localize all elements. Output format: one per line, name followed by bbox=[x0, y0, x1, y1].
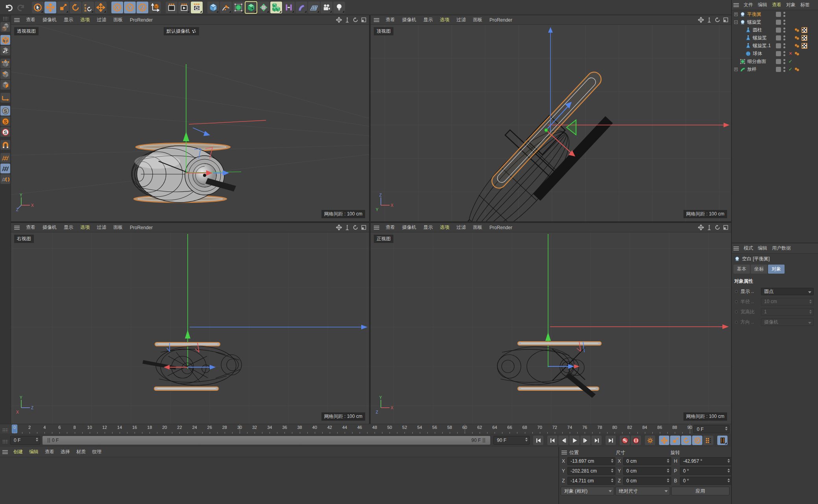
viewport-menu-item[interactable]: 摄像机 bbox=[39, 223, 60, 232]
subdivision-surface-icon[interactable] bbox=[233, 2, 244, 13]
record-key-icon[interactable] bbox=[620, 436, 630, 445]
render-view-icon[interactable] bbox=[166, 2, 177, 13]
magnet-icon[interactable] bbox=[0, 140, 10, 150]
position-mode-dropdown[interactable]: 对象 (相对) bbox=[561, 487, 614, 495]
texture-tag[interactable] bbox=[801, 35, 807, 41]
key-scale-icon[interactable] bbox=[670, 436, 680, 445]
preview-range-track[interactable]: 0 F 90 F bbox=[42, 436, 490, 445]
expand-toggle[interactable]: + bbox=[734, 13, 738, 16]
spinner-arrows[interactable] bbox=[728, 469, 730, 473]
spinner-arrows[interactable] bbox=[667, 459, 669, 463]
play-icon[interactable] bbox=[569, 436, 580, 445]
dolly-view-icon[interactable] bbox=[706, 224, 712, 230]
viewport-menu-item[interactable]: 显示 bbox=[420, 16, 436, 24]
lock-y-icon[interactable]: Y bbox=[124, 2, 136, 13]
spinner-arrows[interactable] bbox=[809, 300, 812, 304]
object-tree-row[interactable]: 圆柱 bbox=[732, 26, 818, 34]
light-icon[interactable] bbox=[333, 2, 345, 13]
object-manager-menu-item[interactable]: 文件 bbox=[741, 1, 755, 9]
workplane-icon[interactable] bbox=[0, 153, 10, 163]
attribute-field[interactable]: 1 bbox=[761, 308, 814, 316]
viewport-right[interactable]: 查看摄像机显示选项过滤面板ProRender bbox=[11, 223, 369, 424]
size-y-field[interactable]: 0 cm bbox=[623, 467, 671, 475]
phong-tag[interactable] bbox=[794, 66, 800, 72]
attribute-tab-基本[interactable]: 基本 bbox=[733, 265, 750, 274]
spinner-arrows[interactable] bbox=[809, 310, 812, 314]
position-x-field[interactable]: -13.697 cm bbox=[567, 457, 615, 465]
lock-x-icon[interactable]: X bbox=[111, 2, 123, 13]
visibility-toggle[interactable] bbox=[776, 59, 781, 64]
viewport-menu-item[interactable]: 显示 bbox=[61, 16, 76, 24]
go-end-icon[interactable] bbox=[606, 436, 616, 445]
disabled-cross-icon[interactable]: × bbox=[788, 51, 793, 56]
viewport-menu-item[interactable]: 过滤 bbox=[453, 16, 469, 24]
next-key-icon[interactable] bbox=[591, 436, 602, 445]
spinner-arrows[interactable] bbox=[36, 438, 38, 441]
snap-settings-icon[interactable]: S bbox=[0, 116, 10, 126]
dolly-view-icon[interactable] bbox=[706, 17, 712, 23]
material-menu-item[interactable]: 纹理 bbox=[89, 448, 105, 456]
viewport-menu-item[interactable]: 查看 bbox=[23, 223, 39, 232]
mograph-icon[interactable] bbox=[283, 2, 295, 13]
viewport-menu-item[interactable]: 过滤 bbox=[453, 223, 469, 232]
render-visibility-dots[interactable] bbox=[783, 51, 785, 56]
drag-grip[interactable] bbox=[3, 17, 8, 20]
camera-icon[interactable] bbox=[321, 2, 332, 13]
render-visibility-dots[interactable] bbox=[783, 43, 785, 48]
start-frame-field[interactable]: 0 F bbox=[10, 436, 40, 445]
go-start-icon[interactable] bbox=[533, 436, 543, 445]
drag-grip[interactable] bbox=[2, 428, 8, 432]
object-manager-menu-item[interactable]: 编辑 bbox=[755, 1, 770, 9]
object-tree-row[interactable]: +平衡翼 bbox=[732, 10, 818, 18]
object-tree-row[interactable]: 螺旋桨.1 bbox=[732, 42, 818, 50]
size-mode-dropdown[interactable]: 绝对尺寸 bbox=[615, 487, 670, 495]
orbit-view-icon[interactable] bbox=[715, 17, 720, 23]
object-tree-row[interactable]: +放样✓ bbox=[732, 65, 818, 73]
lock-z-icon[interactable]: Z bbox=[137, 2, 148, 13]
point-mode-icon[interactable] bbox=[0, 59, 10, 68]
render-visibility-dots[interactable] bbox=[783, 59, 785, 64]
viewport-menu-item[interactable]: 面板 bbox=[110, 223, 126, 232]
rotate-icon[interactable] bbox=[70, 2, 81, 13]
animation-dot[interactable] bbox=[735, 300, 738, 303]
attribute-tab-对象[interactable]: 对象 bbox=[768, 265, 785, 274]
orbit-view-icon[interactable] bbox=[353, 224, 358, 230]
visibility-toggle[interactable] bbox=[776, 35, 781, 40]
deformer-point-icon[interactable] bbox=[258, 2, 270, 13]
orbit-view-icon[interactable] bbox=[353, 17, 358, 23]
primitive-cube-icon[interactable] bbox=[207, 2, 219, 13]
texture-tag[interactable] bbox=[801, 27, 807, 33]
viewport-menu-item[interactable]: 显示 bbox=[420, 223, 436, 232]
position-y-field[interactable]: -202.281 cm bbox=[567, 467, 615, 475]
visibility-toggle[interactable] bbox=[776, 28, 781, 33]
scale-icon[interactable] bbox=[57, 2, 69, 13]
material-menu-item[interactable]: 材质 bbox=[73, 448, 89, 456]
viewport-menu-item[interactable]: 过滤 bbox=[94, 16, 109, 24]
end-frame-field[interactable]: 90 F bbox=[493, 436, 530, 445]
pan-view-icon[interactable] bbox=[698, 17, 704, 23]
attribute-menu-item[interactable]: 用户数据 bbox=[770, 244, 793, 252]
object-tree-row[interactable]: 细分曲面✓ bbox=[732, 57, 818, 65]
snap-enable-icon[interactable]: S bbox=[0, 106, 10, 116]
quantize-icon[interactable]: S bbox=[0, 127, 10, 137]
animation-dot[interactable] bbox=[735, 290, 738, 293]
render-visibility-dots[interactable] bbox=[783, 28, 785, 33]
drag-grip[interactable] bbox=[2, 440, 8, 443]
range-handle-left[interactable] bbox=[48, 438, 50, 443]
key-position-icon[interactable] bbox=[659, 436, 669, 445]
visibility-toggle[interactable] bbox=[776, 20, 781, 25]
texture-tag[interactable] bbox=[801, 43, 807, 49]
rotation-p-field[interactable]: 0 ° bbox=[680, 467, 732, 475]
object-label[interactable]: 平衡翼 bbox=[747, 11, 761, 18]
maximize-view-icon[interactable] bbox=[723, 17, 729, 23]
texture-mode-icon[interactable] bbox=[0, 46, 10, 55]
viewport-canvas[interactable]: 正视图 网格间距 : 100 cm Y X Z bbox=[371, 232, 731, 424]
object-tree-row[interactable]: −螺旋桨 bbox=[732, 18, 818, 26]
spinner-arrows[interactable] bbox=[667, 469, 669, 473]
viewport-menu-item[interactable]: ProRender bbox=[486, 224, 515, 231]
spinner-arrows[interactable] bbox=[667, 478, 669, 482]
maximize-view-icon[interactable] bbox=[361, 224, 367, 230]
menu-icon[interactable] bbox=[14, 20, 20, 20]
maximize-view-icon[interactable] bbox=[723, 224, 729, 230]
enabled-check-icon[interactable]: ✓ bbox=[788, 66, 793, 72]
